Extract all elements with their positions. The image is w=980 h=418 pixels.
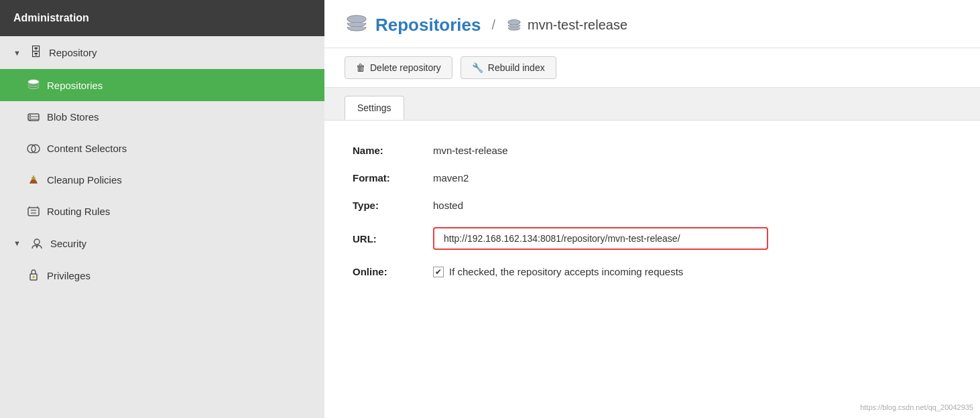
svg-point-6 bbox=[29, 117, 31, 119]
sidebar-item-repositories[interactable]: Repositories bbox=[0, 69, 324, 101]
database-icon: 🗄 bbox=[30, 46, 42, 60]
chevron-down-icon: ▼ bbox=[13, 49, 21, 57]
routing-rules-icon bbox=[27, 205, 40, 218]
sidebar-group-security-label: Security bbox=[50, 238, 86, 249]
name-value: mvn-test-release bbox=[425, 137, 960, 164]
sidebar-group-repository-label: Repository bbox=[49, 47, 97, 58]
cleanup-icon bbox=[27, 173, 40, 186]
wrench-icon: 🔧 bbox=[472, 62, 483, 73]
type-value: hosted bbox=[425, 192, 960, 219]
sidebar-item-privileges-label: Privileges bbox=[47, 270, 90, 281]
tab-settings[interactable]: Settings bbox=[345, 96, 404, 120]
trash-icon: 🗑 bbox=[356, 62, 365, 73]
chevron-down-icon-security: ▼ bbox=[13, 239, 21, 247]
sidebar-item-privileges[interactable]: Privileges bbox=[0, 259, 324, 291]
sidebar-item-routing-rules[interactable]: Routing Rules bbox=[0, 196, 324, 227]
delete-repository-button[interactable]: 🗑 Delete repository bbox=[345, 56, 452, 79]
sidebar-item-blob-stores-label: Blob Stores bbox=[47, 111, 99, 123]
delete-repository-label: Delete repository bbox=[370, 62, 441, 73]
repositories-icon bbox=[27, 78, 40, 92]
svg-point-5 bbox=[29, 115, 31, 116]
main-content: Repositories / mvn-test-release 🗑 Delete… bbox=[324, 0, 980, 418]
type-label: Type: bbox=[345, 192, 425, 219]
sidebar-section-security: ▼ Security Privileges bbox=[0, 227, 324, 291]
online-description: If checked, the repository accepts incom… bbox=[449, 266, 683, 277]
toolbar: 🗑 Delete repository 🔧 Rebuild index bbox=[324, 48, 980, 88]
rebuild-index-label: Rebuild index bbox=[488, 62, 545, 73]
detail-panel: Name: mvn-test-release Format: maven2 Ty… bbox=[324, 121, 980, 301]
blob-stores-icon bbox=[27, 111, 40, 123]
privileges-icon bbox=[27, 269, 40, 282]
breadcrumb-repo-name: mvn-test-release bbox=[528, 17, 627, 33]
online-value: ✔ If checked, the repository accepts inc… bbox=[425, 258, 960, 285]
detail-row-online: Online: ✔ If checked, the repository acc… bbox=[345, 258, 960, 285]
detail-table: Name: mvn-test-release Format: maven2 Ty… bbox=[345, 137, 960, 285]
sidebar-section-repository: ▼ 🗄 Repository Repositories bbox=[0, 36, 324, 227]
url-label: URL: bbox=[345, 219, 425, 258]
svg-point-17 bbox=[34, 239, 40, 245]
tab-settings-label: Settings bbox=[357, 102, 391, 113]
sidebar: Administration ▼ 🗄 Repository Repositori… bbox=[0, 0, 324, 418]
online-label: Online: bbox=[345, 258, 425, 285]
sidebar-item-repositories-label: Repositories bbox=[47, 80, 103, 91]
breadcrumb: mvn-test-release bbox=[506, 17, 627, 33]
sidebar-item-content-selectors[interactable]: Content Selectors bbox=[0, 133, 324, 164]
sidebar-item-blob-stores[interactable]: Blob Stores bbox=[0, 101, 324, 133]
svg-point-0 bbox=[28, 80, 39, 84]
sidebar-item-content-selectors-label: Content Selectors bbox=[47, 143, 127, 154]
security-icon bbox=[30, 236, 44, 250]
detail-row-format: Format: maven2 bbox=[345, 164, 960, 192]
rebuild-index-button[interactable]: 🔧 Rebuild index bbox=[461, 56, 556, 79]
format-value: maven2 bbox=[425, 164, 960, 192]
sidebar-item-routing-rules-label: Routing Rules bbox=[47, 206, 110, 217]
format-label: Format: bbox=[345, 164, 425, 192]
watermark: https://blog.csdn.net/qq_20042935 bbox=[860, 403, 973, 411]
sidebar-item-cleanup-policies-label: Cleanup Policies bbox=[47, 174, 122, 186]
svg-point-19 bbox=[33, 276, 35, 278]
page-title: Repositories bbox=[375, 15, 481, 36]
svg-point-7 bbox=[29, 120, 31, 121]
url-box[interactable]: http://192.168.162.134:8081/repository/m… bbox=[433, 227, 768, 250]
sidebar-header: Administration bbox=[0, 0, 324, 36]
detail-row-url: URL: http://192.168.162.134:8081/reposit… bbox=[345, 219, 960, 258]
detail-row-name: Name: mvn-test-release bbox=[345, 137, 960, 164]
detail-row-type: Type: hosted bbox=[345, 192, 960, 219]
main-header: Repositories / mvn-test-release bbox=[324, 0, 980, 48]
tab-bar: Settings bbox=[324, 88, 980, 121]
sidebar-group-repository[interactable]: ▼ 🗄 Repository bbox=[0, 36, 324, 69]
svg-rect-12 bbox=[28, 208, 39, 216]
online-checkbox[interactable]: ✔ bbox=[433, 267, 444, 277]
breadcrumb-separator: / bbox=[492, 17, 496, 33]
content-selectors-icon bbox=[27, 142, 40, 155]
sidebar-group-security[interactable]: ▼ Security bbox=[0, 227, 324, 259]
sidebar-item-cleanup-policies[interactable]: Cleanup Policies bbox=[0, 164, 324, 196]
sidebar-header-title: Administration bbox=[13, 12, 89, 23]
url-value: http://192.168.162.134:8081/repository/m… bbox=[425, 219, 960, 258]
name-label: Name: bbox=[345, 137, 425, 164]
repositories-header-icon bbox=[345, 12, 369, 38]
